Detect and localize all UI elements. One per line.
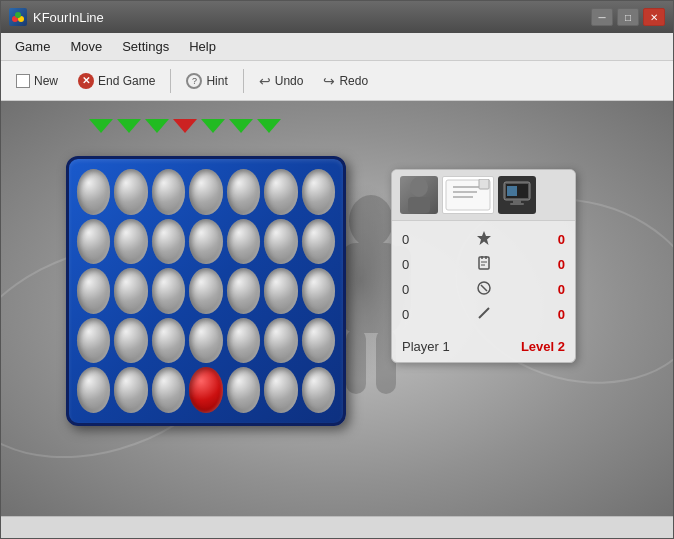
cell-0-5[interactable] bbox=[264, 169, 297, 215]
svg-rect-20 bbox=[510, 203, 524, 205]
hint-button[interactable]: ? Hint bbox=[177, 68, 236, 94]
menubar: Game Move Settings Help bbox=[1, 33, 673, 61]
losses-left: 0 bbox=[402, 282, 422, 297]
cell-1-2[interactable] bbox=[152, 219, 185, 265]
score-footer: Player 1 Level 2 bbox=[392, 333, 575, 362]
draws-icon bbox=[472, 255, 496, 274]
cell-1-6[interactable] bbox=[302, 219, 335, 265]
toolbar: New ✕ End Game ? Hint ↩ Undo ↪ Redo bbox=[1, 61, 673, 101]
undo-button[interactable]: ↩ Undo bbox=[250, 68, 313, 94]
cell-0-4[interactable] bbox=[227, 169, 260, 215]
end-game-icon: ✕ bbox=[78, 73, 94, 89]
cell-4-5[interactable] bbox=[264, 367, 297, 413]
cell-0-1[interactable] bbox=[114, 169, 147, 215]
svg-rect-22 bbox=[479, 257, 489, 269]
close-button[interactable]: ✕ bbox=[643, 8, 665, 26]
minimize-button[interactable]: ─ bbox=[591, 8, 613, 26]
new-button[interactable]: New bbox=[7, 69, 67, 93]
score-rows: 0 0 0 bbox=[392, 221, 575, 333]
cell-1-0[interactable] bbox=[77, 219, 110, 265]
cell-2-2[interactable] bbox=[152, 268, 185, 314]
redo-button[interactable]: ↪ Redo bbox=[314, 68, 377, 94]
cell-3-2[interactable] bbox=[152, 318, 185, 364]
new-checkbox-icon bbox=[16, 74, 30, 88]
cell-2-0[interactable] bbox=[77, 268, 110, 314]
level-label: Level 2 bbox=[521, 339, 565, 354]
score-row-streak: 0 0 bbox=[402, 302, 565, 327]
cell-3-1[interactable] bbox=[114, 318, 147, 364]
cell-3-0[interactable] bbox=[77, 318, 110, 364]
svg-line-28 bbox=[481, 285, 487, 291]
svg-rect-19 bbox=[513, 200, 521, 203]
menu-help[interactable]: Help bbox=[179, 36, 226, 57]
losses-icon bbox=[472, 280, 496, 299]
cell-4-1[interactable] bbox=[114, 367, 147, 413]
wins-icon bbox=[472, 230, 496, 249]
svg-point-3 bbox=[349, 195, 393, 247]
cell-1-1[interactable] bbox=[114, 219, 147, 265]
cell-0-0[interactable] bbox=[77, 169, 110, 215]
hint-label: Hint bbox=[206, 74, 227, 88]
cell-1-4[interactable] bbox=[227, 219, 260, 265]
cell-0-2[interactable] bbox=[152, 169, 185, 215]
cell-0-6[interactable] bbox=[302, 169, 335, 215]
cell-4-3[interactable] bbox=[189, 367, 222, 413]
streak-left: 0 bbox=[402, 307, 422, 322]
cell-4-0[interactable] bbox=[77, 367, 110, 413]
cell-3-3[interactable] bbox=[189, 318, 222, 364]
cell-0-3[interactable] bbox=[189, 169, 222, 215]
menu-move[interactable]: Move bbox=[60, 36, 112, 57]
cell-4-4[interactable] bbox=[227, 367, 260, 413]
score-row-wins: 0 0 bbox=[402, 227, 565, 252]
end-game-button[interactable]: ✕ End Game bbox=[69, 68, 164, 94]
cell-2-6[interactable] bbox=[302, 268, 335, 314]
draws-left: 0 bbox=[402, 257, 422, 272]
cell-4-6[interactable] bbox=[302, 367, 335, 413]
cell-3-5[interactable] bbox=[264, 318, 297, 364]
wins-left: 0 bbox=[402, 232, 422, 247]
new-label: New bbox=[34, 74, 58, 88]
svg-point-2 bbox=[15, 12, 21, 18]
cell-2-4[interactable] bbox=[227, 268, 260, 314]
arrow-col-3[interactable] bbox=[173, 119, 197, 133]
cell-2-5[interactable] bbox=[264, 268, 297, 314]
streak-icon bbox=[472, 305, 496, 324]
toolbar-separator-2 bbox=[243, 69, 244, 93]
game-area: 0 0 0 bbox=[1, 101, 673, 516]
svg-line-29 bbox=[479, 308, 489, 318]
streak-right: 0 bbox=[545, 307, 565, 322]
cell-2-1[interactable] bbox=[114, 268, 147, 314]
arrow-col-0[interactable] bbox=[89, 119, 113, 133]
game-board-container bbox=[66, 156, 346, 426]
losses-right: 0 bbox=[545, 282, 565, 297]
wins-right: 0 bbox=[545, 232, 565, 247]
cell-1-3[interactable] bbox=[189, 219, 222, 265]
arrow-col-4[interactable] bbox=[201, 119, 225, 133]
cell-2-3[interactable] bbox=[189, 268, 222, 314]
titlebar-left: KFourInLine bbox=[9, 8, 104, 26]
menu-game[interactable]: Game bbox=[5, 36, 60, 57]
menu-settings[interactable]: Settings bbox=[112, 36, 179, 57]
player-name-card bbox=[442, 176, 494, 214]
arrow-col-1[interactable] bbox=[117, 119, 141, 133]
hint-icon: ? bbox=[186, 73, 202, 89]
cell-1-5[interactable] bbox=[264, 219, 297, 265]
cell-3-6[interactable] bbox=[302, 318, 335, 364]
cell-3-4[interactable] bbox=[227, 318, 260, 364]
undo-icon: ↩ bbox=[259, 73, 271, 89]
cell-4-2[interactable] bbox=[152, 367, 185, 413]
window-title: KFourInLine bbox=[33, 10, 104, 25]
end-game-label: End Game bbox=[98, 74, 155, 88]
app-icon bbox=[9, 8, 27, 26]
game-board bbox=[66, 156, 346, 426]
redo-icon: ↪ bbox=[323, 73, 335, 89]
arrow-col-2[interactable] bbox=[145, 119, 169, 133]
arrow-col-5[interactable] bbox=[229, 119, 253, 133]
player-avatar bbox=[400, 176, 438, 214]
maximize-button[interactable]: □ bbox=[617, 8, 639, 26]
draws-right: 0 bbox=[545, 257, 565, 272]
arrow-col-6[interactable] bbox=[257, 119, 281, 133]
monitor-icon bbox=[498, 176, 536, 214]
svg-rect-7 bbox=[346, 329, 366, 394]
score-row-draws: 0 0 bbox=[402, 252, 565, 277]
